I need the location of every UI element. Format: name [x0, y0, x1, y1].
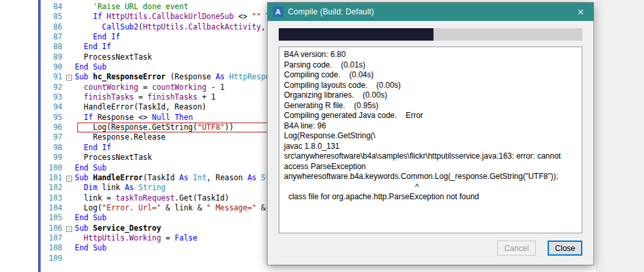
- fold-margin: [66, 132, 75, 142]
- line-number[interactable]: 95: [42, 113, 66, 123]
- b4a-ide-screen: 84 'Raise URL done event85 If HttpUtils.…: [0, 0, 644, 272]
- fold-margin: [66, 92, 75, 102]
- code-text: countWorking = countWorking - 1: [75, 83, 225, 92]
- code-text: Response.Release: [75, 132, 165, 142]
- fold-margin: [66, 143, 75, 153]
- fold-margin: [66, 203, 75, 213]
- code-text: finishTasks = finishTasks + 1: [75, 92, 216, 102]
- compile-dialog-title: Compile (Build: Default): [288, 7, 569, 16]
- log-line: Organizing libraries. (0.00s): [284, 90, 577, 101]
- fold-margin: [66, 243, 75, 253]
- fold-margin: [66, 83, 75, 92]
- line-number[interactable]: 99: [42, 153, 66, 163]
- code-text: 'Raise URL done event: [75, 2, 188, 12]
- code-text: Sub HandleError(TaskId As Int, Reason As…: [75, 173, 292, 183]
- line-number[interactable]: 109: [42, 254, 66, 263]
- code-text: HttpUtils.Working = False: [75, 233, 197, 243]
- fold-margin: [66, 52, 75, 62]
- fold-margin: [66, 62, 75, 72]
- line-number[interactable]: 90: [42, 62, 66, 72]
- compile-dialog-titlebar[interactable]: A Compile (Build: Default) ✕: [268, 3, 594, 21]
- fold-margin: [66, 42, 75, 52]
- code-text: If Response <> Null Then: [75, 113, 193, 123]
- line-number[interactable]: 84: [42, 2, 66, 12]
- fold-margin: [66, 233, 75, 243]
- code-text: End Sub: [75, 213, 106, 223]
- fold-margin: [66, 22, 75, 32]
- line-number[interactable]: 101: [42, 173, 66, 183]
- line-number[interactable]: 98: [42, 143, 66, 153]
- code-text: ProcessNextTask: [75, 52, 152, 62]
- code-text: Dim link As String: [75, 183, 166, 193]
- code-text: ProcessNextTask: [75, 153, 152, 163]
- code-text: End Sub: [75, 243, 106, 253]
- cancel-button[interactable]: Cancel: [497, 241, 536, 256]
- log-line: Compiling code. (0.04s): [284, 70, 577, 81]
- b4a-logo-icon: A: [273, 7, 283, 17]
- log-line: javac 1.8.0_131: [284, 142, 577, 152]
- fold-margin: [66, 213, 75, 223]
- line-number[interactable]: 96: [42, 123, 66, 132]
- compile-dialog-body: B4A version: 6.80Parsing code. (0.01s)Co…: [268, 21, 594, 265]
- close-icon[interactable]: ✕: [573, 6, 588, 18]
- log-line: Parsing code. (0.01s): [284, 60, 577, 71]
- fold-toggle-icon[interactable]: -: [66, 223, 75, 233]
- code-text: End If: [75, 42, 111, 52]
- line-number[interactable]: 108: [42, 243, 66, 253]
- fold-margin: [66, 153, 75, 163]
- line-number[interactable]: 85: [42, 12, 66, 22]
- code-text: End If: [75, 143, 111, 153]
- log-line: Compiling generated Java code. Error: [284, 111, 577, 121]
- line-number[interactable]: 100: [42, 163, 66, 173]
- fold-margin: [66, 183, 75, 193]
- compile-dialog: A Compile (Build: Default) ✕ B4A version…: [268, 3, 594, 265]
- fold-toggle-icon[interactable]: -: [66, 72, 75, 82]
- line-number[interactable]: 97: [42, 132, 66, 142]
- code-text: Log(Response.GetString("UTF8")): [75, 123, 233, 132]
- log-line: Compiling layouts code. (0.00s): [284, 81, 577, 91]
- code-text: End Sub: [75, 62, 106, 72]
- fold-margin: [66, 32, 75, 42]
- compile-progress-bar: [279, 28, 582, 41]
- fold-margin: [66, 113, 75, 123]
- log-line: anywheresoftware.b4a.keywords.Common.Log…: [284, 172, 577, 182]
- fold-margin: [66, 2, 75, 12]
- line-number[interactable]: 107: [42, 233, 66, 243]
- fold-toggle-icon[interactable]: -: [66, 173, 75, 183]
- dialog-button-row: Cancel Close: [279, 233, 582, 256]
- compile-log-output[interactable]: B4A version: 6.80Parsing code. (0.01s)Co…: [279, 47, 582, 233]
- log-line: class file for org.apache.http.ParseExce…: [284, 192, 577, 203]
- fold-margin: [66, 163, 75, 173]
- log-line: ^: [284, 182, 577, 193]
- code-text: End If: [75, 32, 120, 42]
- line-number[interactable]: 91: [42, 72, 66, 82]
- log-line: Log(Response.GetString(\: [284, 131, 577, 142]
- log-line: B4A version: 6.80: [284, 50, 577, 60]
- line-number[interactable]: 102: [42, 183, 66, 193]
- code-text: HandleError(TaskId, Reason): [75, 102, 207, 112]
- line-number[interactable]: 89: [42, 52, 66, 62]
- line-number[interactable]: 106: [42, 223, 66, 233]
- code-text: link = taskToRequest.Get(TaskId): [75, 193, 229, 203]
- line-number[interactable]: 105: [42, 213, 66, 223]
- log-line: src\anywheresoftware\b4a\samples\flickr\…: [284, 151, 577, 172]
- log-line: Generating R file. (0.95s): [284, 101, 577, 111]
- log-line: B4A line: 96: [284, 121, 577, 132]
- line-number[interactable]: 88: [42, 42, 66, 52]
- line-number[interactable]: 92: [42, 83, 66, 92]
- line-number[interactable]: 93: [42, 92, 66, 102]
- line-number[interactable]: 103: [42, 193, 66, 203]
- line-number[interactable]: 86: [42, 22, 66, 32]
- fold-margin: [66, 12, 75, 22]
- fold-margin: [66, 102, 75, 112]
- code-text: End Sub: [75, 163, 106, 173]
- code-text: If HttpUtils.CallbackUrlDoneSub <> "" Th…: [75, 12, 284, 22]
- close-button[interactable]: Close: [548, 241, 582, 256]
- code-text: Sub Service_Destroy: [75, 223, 161, 233]
- line-number[interactable]: 87: [42, 32, 66, 42]
- line-number[interactable]: 94: [42, 102, 66, 112]
- fold-margin: [66, 123, 75, 132]
- line-number[interactable]: 104: [42, 203, 66, 213]
- fold-margin: [66, 193, 75, 203]
- fold-margin: [66, 254, 75, 263]
